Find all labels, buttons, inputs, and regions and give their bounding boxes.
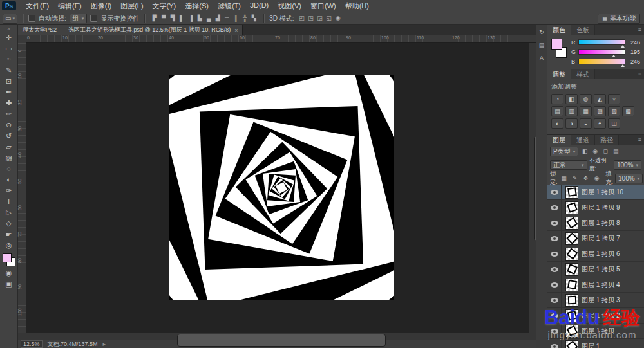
blend-mode-dropdown[interactable]: 正常 ▾ xyxy=(550,160,587,170)
visibility-cell[interactable] xyxy=(547,231,562,246)
adjustment-icon[interactable]: ▧ xyxy=(594,106,606,116)
layer-thumbnail[interactable] xyxy=(565,340,578,348)
lasso-tool[interactable]: ≈ xyxy=(0,54,17,65)
align-button-icon[interactable]: ▌ xyxy=(177,14,186,23)
collapsed-properties-panel-icon[interactable]: ▤ xyxy=(539,42,545,48)
screen-mode-button[interactable]: ▣ xyxy=(0,279,17,289)
layer-filter-icon[interactable]: ▤ xyxy=(611,147,620,156)
pen-tool[interactable]: ✑ xyxy=(0,185,17,196)
layer-row[interactable]: 图层 1 拷贝 5 xyxy=(547,262,644,277)
healing-brush-tool[interactable]: ✚ xyxy=(0,98,17,109)
visibility-cell[interactable] xyxy=(547,200,562,215)
layer-row[interactable]: 图层 1 拷贝 8 xyxy=(547,215,644,231)
menu-item[interactable]: 图像(I) xyxy=(86,1,116,11)
workspace-switcher-button[interactable]: ▦ 基本功能 xyxy=(598,14,640,24)
align-button-icon[interactable]: ═ xyxy=(222,14,231,23)
layer-row[interactable]: 图层 1 拷贝 10 xyxy=(547,185,644,200)
layer-row[interactable]: 图层 1 拷贝 9 xyxy=(547,200,644,215)
menu-item[interactable]: 3D(D) xyxy=(245,1,273,11)
eye-icon[interactable] xyxy=(551,298,558,303)
zoom-tool[interactable]: ◎ xyxy=(0,240,17,251)
tool-preset-picker[interactable]: ▭ ▾ xyxy=(3,14,17,24)
opacity-field[interactable]: 100% ▾ xyxy=(614,160,641,170)
menu-item[interactable]: 窗口(W) xyxy=(306,1,341,11)
menu-item[interactable]: 滤镜(T) xyxy=(213,1,245,11)
align-button-icon[interactable]: ▙ xyxy=(195,14,204,23)
tab-styles[interactable]: 样式 xyxy=(571,69,595,79)
layer-row[interactable]: 图层 1 拷贝 7 xyxy=(547,231,644,246)
layer-row[interactable]: 图层 1 拷贝 4 xyxy=(547,277,644,293)
adjustment-icon[interactable]: ◐ xyxy=(551,118,564,129)
lock-icon[interactable]: ✎ xyxy=(571,174,580,183)
hand-tool[interactable]: ☛ xyxy=(0,229,17,240)
adjustment-icon[interactable]: ◓ xyxy=(594,118,606,129)
layer-thumbnail[interactable] xyxy=(565,263,578,276)
align-button-icon[interactable]: ▚ xyxy=(249,14,258,23)
collapsed-character-panel-icon[interactable]: A xyxy=(540,55,544,61)
eye-icon[interactable] xyxy=(551,205,558,210)
panel-menu-icon[interactable]: ≡ xyxy=(638,136,641,143)
align-button-icon[interactable]: ▜ xyxy=(168,14,177,23)
tab-layers[interactable]: 图层 xyxy=(547,135,571,145)
collapsed-history-panel-icon[interactable]: ↻ xyxy=(539,29,544,35)
show-transform-checkbox[interactable] xyxy=(90,15,97,22)
layer-thumbnail[interactable] xyxy=(565,279,578,291)
brush-tool[interactable]: ✏ xyxy=(0,109,17,120)
eye-icon[interactable] xyxy=(551,221,558,226)
align-button-icon[interactable]: ▐ xyxy=(186,14,195,23)
close-tab-icon[interactable]: × xyxy=(234,27,238,33)
color-panel-swatches[interactable] xyxy=(551,39,567,58)
align-button-icon[interactable]: ║ xyxy=(231,14,240,23)
vertical-scrollbar[interactable] xyxy=(529,43,536,333)
layer-row[interactable]: 图层 1 拷贝 6 xyxy=(547,246,644,262)
filter-kind-dropdown[interactable]: P类型 ▾ xyxy=(550,147,578,156)
layer-thumbnail[interactable] xyxy=(565,294,578,307)
shape-tool[interactable]: ◇ xyxy=(0,218,17,229)
zoom-level-field[interactable]: 12.5% xyxy=(21,340,43,348)
horizontal-scrollbar[interactable] xyxy=(18,333,536,340)
channel-value[interactable]: 246 xyxy=(628,39,640,46)
foreground-color-swatch[interactable] xyxy=(3,253,12,262)
adjustment-icon[interactable]: ▤ xyxy=(551,106,564,116)
visibility-cell[interactable] xyxy=(547,339,562,348)
tab-swatches[interactable]: 色板 xyxy=(571,25,595,35)
channel-value[interactable]: 246 xyxy=(628,59,640,65)
adjustment-icon[interactable]: ◧ xyxy=(565,94,578,104)
visibility-cell[interactable] xyxy=(547,246,562,261)
eye-icon[interactable] xyxy=(551,236,558,241)
adjustment-icon[interactable]: ◔ xyxy=(551,94,564,104)
layer-thumbnail[interactable] xyxy=(565,232,578,245)
align-button-icon[interactable]: ▀ xyxy=(159,14,168,23)
channel-slider[interactable] xyxy=(578,59,625,64)
adjustment-icon[interactable]: ▩ xyxy=(622,106,634,116)
mode-button-icon[interactable]: ◳ xyxy=(307,14,316,23)
tab-color[interactable]: 颜色 xyxy=(547,25,571,35)
auto-select-checkbox[interactable] xyxy=(28,15,35,22)
eye-icon[interactable] xyxy=(551,282,558,288)
lock-icon[interactable]: ✥ xyxy=(582,174,591,183)
adjustment-icon[interactable]: ◭ xyxy=(594,94,606,104)
slider-thumb-icon[interactable] xyxy=(621,64,625,67)
adjustment-icon[interactable]: ◒ xyxy=(580,118,592,129)
align-button-icon[interactable]: ▄ xyxy=(204,14,213,23)
adjustment-icon[interactable]: ▦ xyxy=(580,106,592,116)
eye-icon[interactable] xyxy=(551,190,558,195)
slider-thumb-icon[interactable] xyxy=(612,55,616,57)
eraser-tool[interactable]: ▱ xyxy=(0,142,17,152)
visibility-cell[interactable] xyxy=(547,293,562,307)
lock-icon[interactable]: ◉ xyxy=(592,174,601,183)
channel-slider[interactable] xyxy=(578,39,625,45)
blur-tool[interactable]: ◌ xyxy=(0,163,17,174)
toolbar-collapse-icon[interactable]: » xyxy=(7,26,10,32)
layer-filter-icon[interactable]: ◧ xyxy=(580,147,589,156)
layer-thumbnail[interactable] xyxy=(565,201,578,214)
layer-thumbnail[interactable] xyxy=(565,217,578,230)
panel-menu-icon[interactable]: ≡ xyxy=(638,26,641,33)
eye-icon[interactable] xyxy=(551,252,558,257)
tab-channels[interactable]: 通道 xyxy=(571,135,595,145)
layer-thumbnail[interactable] xyxy=(565,248,578,261)
tab-paths[interactable]: 路径 xyxy=(595,135,619,145)
layer-thumbnail[interactable] xyxy=(565,186,578,199)
adjustment-icon[interactable]: ◫ xyxy=(608,118,620,129)
eye-icon[interactable] xyxy=(551,344,558,348)
